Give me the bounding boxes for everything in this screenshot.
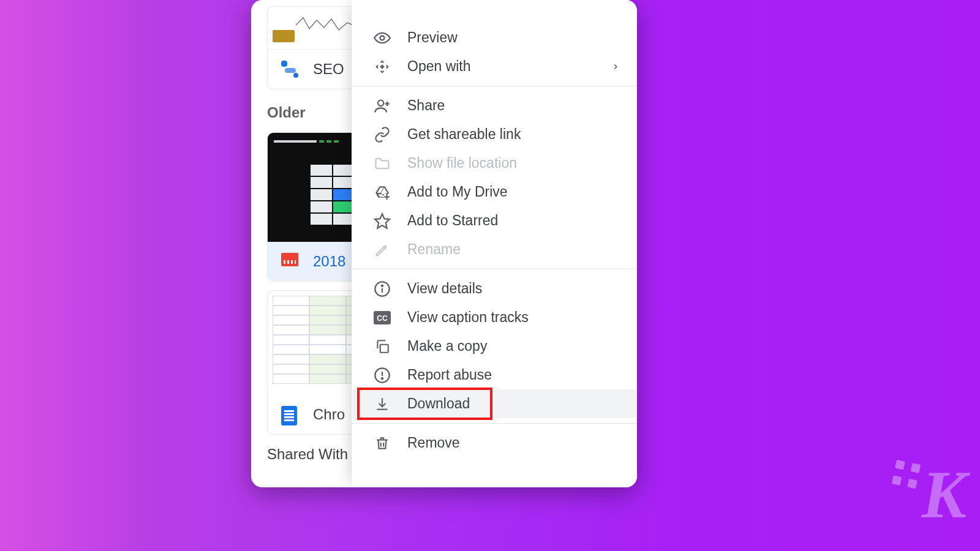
copy-icon (373, 337, 391, 356)
menu-label: Remove (407, 435, 460, 451)
file-name: Chro (313, 406, 345, 423)
person-add-icon (373, 97, 391, 115)
menu-separator (352, 86, 637, 86)
svg-point-7 (382, 285, 383, 286)
eye-icon (373, 29, 391, 47)
info-icon (373, 280, 391, 298)
menu-label: Share (407, 97, 445, 114)
open-with-icon (373, 58, 391, 76)
svg-text:CC: CC (377, 314, 388, 323)
menu-label: Show file location (407, 155, 517, 171)
menu-separator (352, 269, 637, 269)
chevron-right-icon (611, 62, 620, 71)
file-name: SEO (313, 61, 344, 78)
menu-label: Report abuse (407, 367, 492, 383)
download-icon (373, 395, 391, 413)
menu-rename: Rename (352, 235, 637, 264)
menu-label: Get shareable link (407, 126, 521, 143)
menu-label: Rename (407, 241, 461, 258)
star-icon (373, 212, 391, 230)
svg-point-2 (378, 100, 383, 105)
svg-marker-4 (375, 214, 389, 228)
menu-show-location: Show file location (352, 149, 637, 178)
trash-icon (373, 434, 391, 452)
svg-rect-10 (380, 344, 388, 352)
file-name: 2018 (313, 253, 345, 270)
menu-remove[interactable]: Remove (352, 429, 637, 457)
pencil-icon (373, 241, 391, 259)
menu-label: View caption tracks (407, 309, 529, 326)
menu-get-link[interactable]: Get shareable link (352, 120, 637, 149)
menu-add-to-drive[interactable]: Add to My Drive (352, 178, 637, 206)
svg-point-0 (380, 36, 385, 40)
menu-share[interactable]: Share (352, 91, 637, 120)
watermark-logo: K (922, 456, 963, 534)
menu-label: Open with (407, 58, 471, 75)
menu-view-details[interactable]: View details (352, 274, 637, 303)
menu-preview[interactable]: Preview (352, 23, 637, 52)
menu-caption-tracks[interactable]: CC View caption tracks (352, 303, 637, 332)
menu-separator (352, 423, 637, 424)
drive-add-icon (373, 183, 391, 201)
menu-label: Add to Starred (407, 212, 498, 229)
datastudio-icon (281, 61, 302, 78)
menu-make-copy[interactable]: Make a copy (352, 332, 637, 361)
cc-icon: CC (373, 309, 391, 327)
menu-label: Make a copy (407, 338, 487, 354)
link-icon (373, 126, 391, 144)
video-icon (281, 253, 302, 270)
menu-label: Download (407, 395, 470, 412)
menu-open-with[interactable]: Open with (352, 52, 637, 81)
menu-label: View details (407, 280, 482, 297)
menu-label: Add to My Drive (407, 184, 508, 200)
menu-add-to-starred[interactable]: Add to Starred (352, 206, 637, 235)
context-menu: Preview Open with Share (352, 0, 637, 487)
folder-icon (373, 154, 391, 173)
drive-panel: SEO Older (251, 0, 637, 487)
menu-report-abuse[interactable]: Report abuse (352, 361, 637, 389)
doc-icon (281, 406, 302, 423)
svg-rect-1 (380, 64, 385, 69)
menu-download[interactable]: Download (352, 389, 637, 418)
menu-label: Preview (407, 29, 458, 46)
svg-point-13 (382, 378, 383, 379)
report-icon (373, 366, 391, 384)
